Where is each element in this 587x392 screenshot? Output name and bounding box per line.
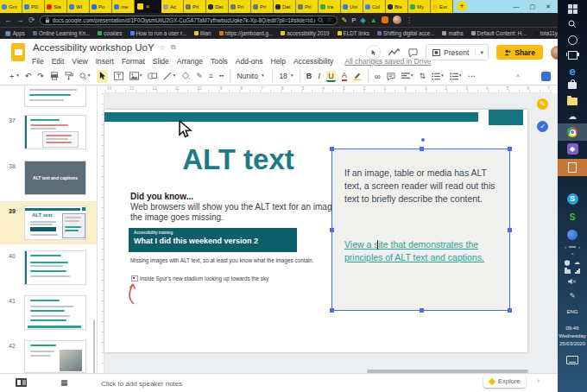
- present-button[interactable]: Present ▼: [426, 44, 489, 60]
- taskbar-search-icon[interactable]: [558, 20, 587, 28]
- menu-item[interactable]: View: [72, 57, 87, 66]
- menu-item[interactable]: Edit: [52, 57, 65, 66]
- signal-icon[interactable]: [575, 269, 580, 274]
- menu-item[interactable]: Accessibility: [294, 57, 333, 66]
- folder-tray-icon[interactable]: [565, 269, 571, 274]
- cortana-icon[interactable]: [558, 35, 587, 45]
- address-bar[interactable]: docs.google.com/presentation/d/1F0OjysmU…: [40, 16, 338, 25]
- menu-item[interactable]: Tools: [211, 57, 228, 66]
- bookmark-item[interactable]: tota11y: [534, 30, 558, 36]
- missing-images-caption[interactable]: Missing images with ALT text, so at leas…: [130, 257, 314, 263]
- share-button[interactable]: Share: [496, 45, 543, 60]
- drive-extension-icon[interactable]: ▲: [370, 16, 377, 24]
- new-tab-button[interactable]: +: [457, 1, 467, 11]
- explore-button[interactable]: Explore: [483, 375, 526, 388]
- star-icon[interactable]: ☆: [160, 44, 166, 52]
- p-extension-icon[interactable]: P: [351, 16, 356, 24]
- browser-tab[interactable]: Pri: [184, 0, 206, 13]
- sway-icon[interactable]: S: [558, 212, 587, 222]
- bookmark-item[interactable]: Shifting digital acce...: [377, 30, 435, 36]
- bookmark-item[interactable]: ELDT links: [338, 30, 369, 36]
- slide-thumbnail-38[interactable]: ALT text and captions: [24, 161, 86, 195]
- text-color-button[interactable]: A: [342, 71, 347, 81]
- example-banner[interactable]: Accessibility training What I did this w…: [129, 228, 297, 252]
- insert-line-button[interactable]: ▾: [163, 72, 175, 80]
- move-folder-icon[interactable]: ⧉: [171, 43, 176, 52]
- browser-tab[interactable]: PD: [22, 0, 45, 13]
- browser-tab[interactable]: Gm: [0, 0, 22, 13]
- browser-tab[interactable]: Pri: [251, 0, 274, 13]
- check-badge-icon[interactable]: ✓: [537, 121, 548, 132]
- browser-menu-icon[interactable]: ⋮: [406, 16, 413, 24]
- numbered-list-button[interactable]: ▾: [432, 73, 444, 80]
- paint-format-icon[interactable]: [65, 72, 73, 80]
- menu-item[interactable]: Slide: [153, 57, 169, 66]
- bookmark-item[interactable]: How to run a user r...: [130, 30, 186, 36]
- insert-shape-icon[interactable]: [148, 72, 157, 80]
- shield-icon[interactable]: [565, 260, 570, 266]
- line-spacing-icon[interactable]: ⇅: [420, 72, 426, 80]
- browser-tab[interactable]: Sla: [45, 0, 67, 13]
- alt-text-example[interactable]: Inside Spur's new stadium looking up tow…: [131, 275, 268, 281]
- undo-button[interactable]: ↶: [25, 73, 32, 80]
- resize-handle[interactable]: [508, 228, 512, 232]
- activity-icon[interactable]: [388, 48, 401, 57]
- reload-icon[interactable]: ⟳: [28, 16, 35, 24]
- browser-tab[interactable]: Pri: [296, 0, 319, 13]
- notes-expand-chevron[interactable]: ›: [537, 376, 540, 385]
- did-you-know-body[interactable]: Web browsers will show you the ALT text …: [130, 202, 346, 223]
- document-title[interactable]: Accessibility workshop UoY: [33, 42, 155, 53]
- font-family-select[interactable]: Nunito▾: [237, 73, 266, 80]
- insert-link-icon[interactable]: ∞: [375, 72, 381, 81]
- language-indicator[interactable]: ENG: [558, 309, 587, 314]
- italic-button[interactable]: I: [318, 72, 320, 80]
- select-tool-button[interactable]: [97, 70, 108, 83]
- search-icon[interactable]: [318, 17, 324, 23]
- bookmark-item[interactable]: https://jamboard.g...: [219, 30, 274, 36]
- resize-handle[interactable]: [508, 308, 512, 313]
- onedrive-icon[interactable]: ☁: [558, 111, 587, 121]
- browser-tab-active[interactable]: ×: [135, 0, 161, 13]
- browser-tab[interactable]: WI: [67, 0, 90, 13]
- pointer-mode-button[interactable]: [366, 45, 381, 60]
- apps-shortcut[interactable]: ▦ Apps: [5, 30, 25, 37]
- touch-keyboard-icon[interactable]: [558, 356, 587, 364]
- slide-thumbnail-42[interactable]: [24, 340, 86, 373]
- menu-item[interactable]: Add-ons: [236, 57, 263, 66]
- current-slide[interactable]: ALT text Did you know... Web browsers wi…: [104, 110, 527, 352]
- add-comment-icon[interactable]: [387, 73, 395, 80]
- menu-item[interactable]: Insert: [96, 57, 114, 66]
- slide-thumbnail-39[interactable]: ALT text: [24, 205, 86, 240]
- more-options-button[interactable]: ⋯: [468, 72, 476, 80]
- speaker-notes-placeholder[interactable]: Click to add speaker notes: [101, 380, 182, 388]
- forward-icon[interactable]: →: [16, 16, 24, 24]
- comments-icon[interactable]: [408, 48, 418, 57]
- close-button[interactable]: ✕: [546, 3, 551, 10]
- bookmark-star-icon[interactable]: ☆: [326, 16, 331, 23]
- maximize-button[interactable]: ▢: [530, 3, 536, 10]
- menu-item[interactable]: Format: [122, 57, 145, 66]
- bold-button[interactable]: B: [306, 72, 312, 80]
- skype-icon[interactable]: S: [558, 193, 587, 205]
- text-box-link[interactable]: View a site that demonstrates the princi…: [344, 238, 508, 264]
- extension-overlay-icon[interactable]: [541, 72, 551, 81]
- pencil-extension-icon[interactable]: ✎: [342, 16, 348, 24]
- resize-handle[interactable]: [420, 147, 424, 151]
- slide-thumbnail-37[interactable]: [24, 115, 86, 149]
- resize-handle[interactable]: [508, 147, 512, 151]
- browser-tab[interactable]: Po: [90, 0, 112, 13]
- browser-tab[interactable]: Bla: [386, 0, 408, 13]
- text-box-paragraph[interactable]: If an image, table or media has ALT text…: [344, 167, 504, 205]
- border-weight-icon[interactable]: ≡: [209, 72, 213, 80]
- menu-item[interactable]: Help: [271, 57, 286, 66]
- underline-button[interactable]: U: [326, 71, 336, 82]
- edge-icon[interactable]: e: [558, 65, 587, 78]
- bookmark-item[interactable]: accessibility 2019: [281, 30, 329, 36]
- browser-tab[interactable]: tra: [319, 0, 341, 13]
- browser-tab[interactable]: Col: [363, 0, 386, 13]
- new-slide-button[interactable]: ＋▾: [8, 73, 19, 80]
- resize-handle[interactable]: [330, 308, 334, 313]
- bookmark-item[interactable]: Online Learning Kn...: [33, 30, 90, 36]
- font-size-select[interactable]: 18▾: [279, 73, 293, 80]
- did-you-know-heading[interactable]: Did you know...: [130, 192, 193, 201]
